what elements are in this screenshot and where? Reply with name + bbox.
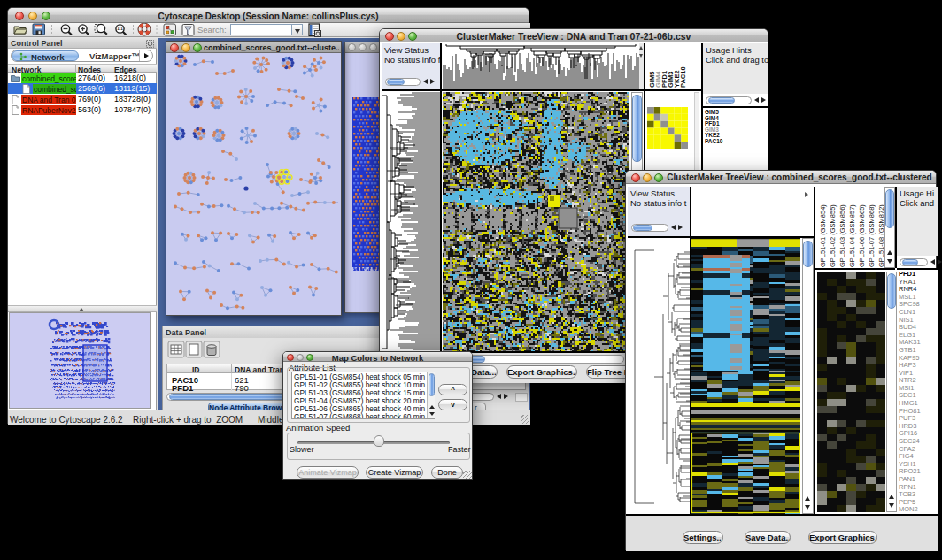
svg-text:1:1: 1:1	[117, 27, 123, 31]
svg-text:Search:: Search:	[197, 25, 227, 35]
